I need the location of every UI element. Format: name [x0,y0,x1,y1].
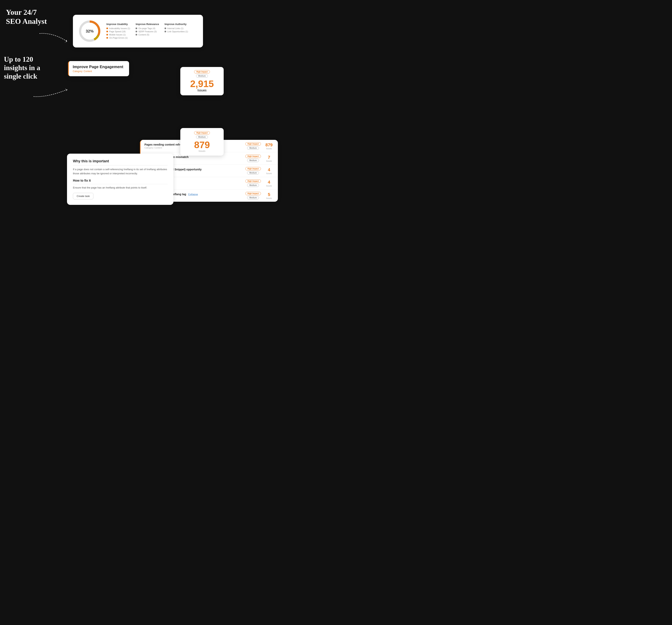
medium-badge-mid: Medium [196,135,208,139]
high-impact-badge: High Impact [245,155,261,158]
dot-icon [106,31,108,32]
tooltip-title: Improve Page Engagement [73,65,125,69]
row-issues: 4 Issues [264,167,274,175]
dot-icon [136,28,137,29]
issues-number: 879 [265,143,273,147]
usability-title: Improve Usability [106,23,130,26]
dot-icon [136,31,137,32]
high-impact-badge: High Impact [245,142,261,146]
dot-icon [136,34,137,35]
row-issues: 5 Issues [264,192,274,199]
collapse-link[interactable]: Collapse [188,193,198,196]
big-number-mid-value: 879 [184,140,220,150]
relevance-title: Improve Relevance [136,23,159,26]
issues-number: 7 [268,155,270,160]
authority-title: Improve Authority [165,23,188,26]
row-badges: High Impact Medium [245,192,261,199]
how-title: How to fix it [73,179,168,184]
row-issues: 4 Issues [264,180,274,187]
issues-label: Issues [264,148,274,150]
overview-item: Mobile Issues (1) [106,33,130,36]
high-impact-badge: High Impact [245,192,261,195]
medium-badge-top: Medium [196,74,208,78]
issues-label: Issues [264,160,274,162]
authority-col: Improve Authority Internal Links (1) Lin… [165,23,188,40]
issues-label: Issues [264,197,274,199]
overview-item: On-page Tags (4) [136,27,159,29]
overview-columns: Improve Usability Indexability Issues (1… [106,23,197,40]
medium-badge: Medium [247,196,259,199]
big-number-mid-label: Issues [184,150,220,152]
medium-badge: Medium [247,183,259,187]
create-task-button[interactable]: Create task [73,193,93,199]
overview-item: SERP Features (3) [136,30,159,33]
high-impact-badge: High Impact [245,167,261,170]
overview-item: Internal Links (1) [165,27,188,29]
big-number-card-top: High Impact Medium 2,915 Issues [180,67,224,95]
row-badges: High Impact Medium [245,179,261,187]
high-impact-badge-top: High Impact [194,70,210,73]
overview-item: Content (5) [136,33,159,36]
tooltip-card: Improve Page Engagement Category: Conten… [68,61,129,76]
high-impact-badge: High Impact [245,179,261,183]
row-issues: 7 Issues [264,155,274,162]
dot-icon [165,28,166,29]
dot-icon [165,31,166,32]
overview-item: Link Opportunities (1) [165,30,188,33]
donut-chart: 32% [79,20,100,42]
big-number-top-label: Issues [184,89,220,92]
issues-number: 4 [268,167,270,172]
issues-number: 5 [268,192,270,197]
medium-badge: Medium [247,159,259,162]
big-number-card-mid: High Impact Medium 879 Issues [180,128,224,156]
overview-item: Indexability Issues (1) [106,27,130,29]
medium-badge: Medium [247,146,259,150]
row-issues: 879 Issues [264,143,274,150]
row-badges: High Impact Medium [245,142,261,150]
row-badges: High Impact Medium [245,155,261,162]
medium-badge: Medium [247,171,259,175]
why-body: If a page does not contain a self-refere… [73,168,168,176]
relevance-col: Improve Relevance On-page Tags (4) SERP … [136,23,159,40]
issues-number: 4 [268,180,270,184]
dot-icon [106,28,108,29]
row-badges: High Impact Medium [245,167,261,175]
donut-percent: 32% [86,29,94,33]
usability-col: Improve Usability Indexability Issues (1… [106,23,130,40]
handwritten-subtitle: Up to 120 insights in a single click [4,55,40,81]
issues-label: Issues [264,185,274,187]
overview-item: On-Page Errors (1) [106,36,130,39]
high-impact-badge-mid: High Impact [194,131,210,134]
overview-card: 32% Improve Usability Indexability Issue… [73,15,203,48]
handwritten-title: Your 24/7 SEO Analyst [6,8,47,26]
tooltip-category: Category: Content [73,70,125,73]
overview-item: Page Speed (18) [106,30,130,33]
why-card: Why this is important If a page does not… [67,154,173,205]
dot-icon [106,34,108,35]
issues-label: Issues [264,172,274,175]
dot-icon [106,37,108,39]
how-body: Ensure that the page has an hreflang att… [73,186,168,190]
big-number-top-value: 2,915 [184,79,220,89]
why-title: Why this is important [73,159,168,166]
